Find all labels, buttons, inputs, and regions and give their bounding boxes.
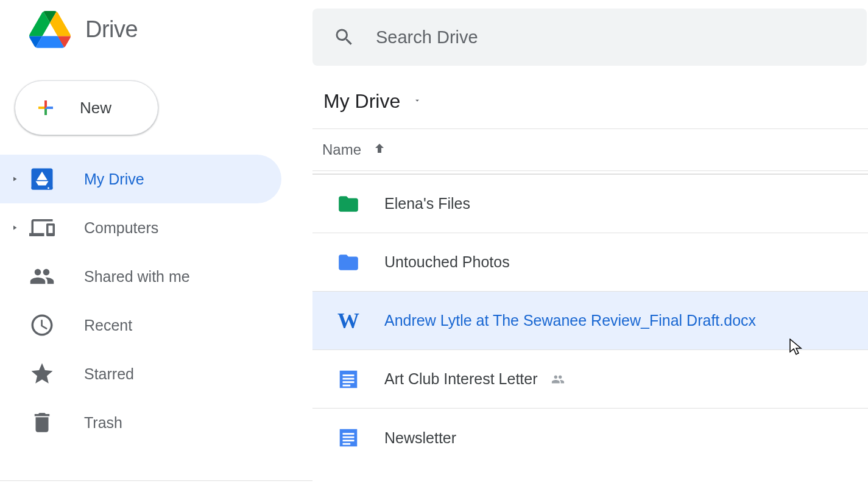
- file-name: Untouched Photos: [384, 253, 510, 271]
- app-name: Drive: [85, 16, 138, 43]
- new-button[interactable]: New: [15, 80, 158, 135]
- sidebar-item-shared-with-me[interactable]: Shared with me: [0, 252, 281, 301]
- file-row[interactable]: Art Club Interest Letter: [312, 350, 868, 409]
- sidebar-item-label: Trash: [84, 414, 122, 432]
- expand-arrow-icon: [11, 224, 23, 231]
- sidebar-item-label: Starred: [84, 365, 134, 383]
- search-input[interactable]: [376, 27, 802, 47]
- svg-rect-7: [343, 384, 351, 386]
- drive-logo-icon: [29, 11, 71, 47]
- sidebar-item-label: Shared with me: [84, 268, 190, 286]
- list-header[interactable]: Name: [312, 128, 868, 171]
- sidebar-item-label: My Drive: [84, 170, 144, 188]
- sidebar-item-recent[interactable]: Recent: [0, 301, 281, 349]
- computers-icon: [29, 215, 55, 240]
- plus-icon: [35, 97, 57, 119]
- doc-icon: [337, 426, 360, 449]
- file-row[interactable]: Untouched Photos: [312, 233, 868, 292]
- svg-rect-1: [32, 186, 53, 189]
- svg-rect-11: [343, 440, 355, 441]
- file-row[interactable]: Newsletter: [312, 409, 868, 467]
- trash-icon: [29, 410, 55, 435]
- sidebar-item-label: Computers: [84, 219, 158, 237]
- logo[interactable]: Drive: [0, 11, 312, 47]
- sidebar-item-my-drive[interactable]: My Drive: [0, 155, 281, 203]
- file-row[interactable]: Elena's Files: [312, 175, 868, 233]
- doc-icon: [337, 368, 360, 391]
- svg-rect-10: [343, 437, 355, 438]
- sidebar: Drive New My DriveComputersShared with m…: [0, 0, 312, 481]
- svg-rect-6: [343, 381, 355, 383]
- file-row[interactable]: WAndrew Lytle at The Sewanee Review_Fina…: [312, 292, 868, 350]
- new-button-label: New: [80, 99, 111, 118]
- sort-ascending-icon: [372, 141, 387, 158]
- shared-icon: [549, 373, 567, 386]
- chevron-down-icon: [411, 96, 423, 107]
- svg-rect-9: [343, 433, 355, 435]
- file-name: Andrew Lytle at The Sewanee Review_Final…: [384, 312, 756, 329]
- expand-arrow-icon: [11, 175, 23, 183]
- file-name: Art Club Interest Letter: [384, 370, 538, 388]
- file-name: Newsletter: [384, 429, 456, 447]
- word-icon: W: [337, 309, 360, 332]
- search-bar[interactable]: [312, 9, 867, 66]
- svg-rect-12: [343, 443, 351, 445]
- main-content: My Drive Name Elena's FilesUntouched Pho…: [312, 0, 868, 495]
- svg-point-2: [48, 187, 49, 189]
- breadcrumb-label: My Drive: [323, 90, 400, 113]
- file-name: Elena's Files: [384, 195, 470, 212]
- folder-icon: [337, 251, 360, 274]
- breadcrumb[interactable]: My Drive: [312, 90, 868, 113]
- sidebar-item-computers[interactable]: Computers: [0, 203, 281, 252]
- recent-icon: [29, 312, 55, 338]
- drive-icon: [29, 166, 55, 192]
- folder-icon: [337, 192, 360, 216]
- sidebar-item-label: Recent: [84, 317, 132, 334]
- file-list: Elena's FilesUntouched PhotosWAndrew Lyt…: [312, 174, 868, 467]
- sidebar-item-trash[interactable]: Trash: [0, 398, 281, 447]
- sidebar-item-starred[interactable]: Starred: [0, 349, 281, 398]
- shared-icon: [29, 264, 55, 289]
- search-icon: [333, 26, 355, 48]
- svg-rect-5: [343, 377, 355, 379]
- svg-rect-4: [343, 374, 355, 376]
- star-icon: [29, 361, 55, 387]
- column-name: Name: [322, 141, 361, 158]
